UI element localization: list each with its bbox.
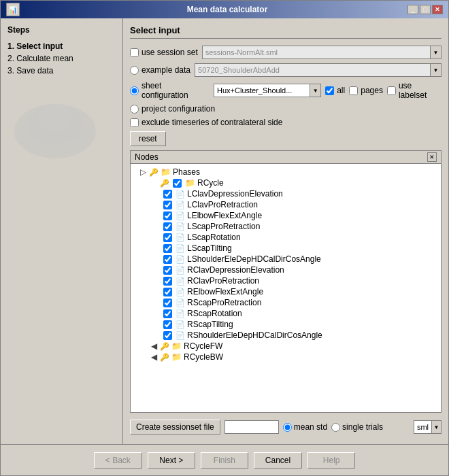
close-button[interactable]: ✕ (432, 5, 443, 14)
list-item: 📄 RScapTilting (133, 319, 438, 330)
all-label: all (337, 86, 345, 95)
sml-dropdown[interactable]: sml ▼ (414, 420, 442, 434)
sheet-config-dropdown[interactable]: Hux+Cluster_Should... ▼ (214, 84, 321, 97)
help-button[interactable]: Help (307, 452, 355, 469)
file-icon: 📄 (176, 288, 185, 296)
node-checkbox[interactable] (163, 320, 172, 329)
example-data-radio[interactable] (130, 66, 139, 75)
sheet-config-radio[interactable] (130, 86, 139, 95)
sheet-config-value: Hux+Cluster_Should... (214, 86, 310, 95)
node-checkbox[interactable] (163, 255, 172, 264)
use-labelset-checkbox-label[interactable]: use labelset (387, 81, 442, 100)
file-icon: 📄 (176, 255, 185, 264)
list-item: ◀ 🔑 📁 RCycleBW (133, 352, 438, 362)
reset-button[interactable]: reset (130, 131, 166, 146)
file-icon: 📄 (176, 299, 185, 307)
back-button[interactable]: < Back (94, 452, 142, 469)
use-session-set-checkbox[interactable] (130, 48, 139, 57)
node-checkbox[interactable] (163, 266, 172, 275)
single-trials-radio-label[interactable]: single trials (331, 422, 383, 432)
watermark (7, 90, 116, 160)
node-checkbox[interactable] (163, 309, 172, 318)
pages-checkbox-label[interactable]: pages (349, 86, 383, 95)
node-label: RClavDepressionElevation (187, 265, 284, 275)
example-data-dropdown-arrow: ▼ (430, 64, 441, 76)
footer: < Back Next > Finish Cancel Help (1, 444, 448, 475)
nodes-close-button[interactable]: ✕ (427, 152, 437, 162)
minimize-button[interactable]: _ (408, 5, 418, 14)
node-label: RShoulderEleDepHDCalDirCosAngle (187, 330, 322, 340)
step-2-number: 2. (7, 54, 14, 63)
node-checkbox[interactable] (163, 331, 172, 340)
sheet-config-label: sheet configuration (142, 81, 210, 100)
project-config-label: project configuration (142, 104, 215, 114)
sheet-config-row: sheet configuration Hux+Cluster_Should..… (130, 81, 442, 100)
finish-button[interactable]: Finish (201, 452, 248, 469)
sidebar-item-select-input: 1. Select input (7, 40, 116, 52)
nodes-body[interactable]: ▷ 🔑 📁 Phases 🔑 📁 RCycle (131, 164, 441, 412)
list-item: 📄 LClavProRetraction (133, 199, 438, 210)
all-checkbox-label[interactable]: all (325, 86, 345, 95)
node-checkbox[interactable] (173, 179, 182, 188)
node-checkbox[interactable] (163, 299, 172, 307)
file-icon: 📄 (176, 266, 185, 275)
node-label: LClavProRetraction (187, 200, 258, 209)
next-button[interactable]: Next > (148, 452, 195, 469)
exclude-timeseries-label: exclude timeseries of contralateral side (142, 118, 282, 127)
single-trials-radio[interactable] (331, 423, 340, 432)
example-data-radio-label[interactable]: example data (130, 65, 190, 75)
use-labelset-checkbox[interactable] (387, 86, 396, 95)
expand-icon[interactable]: ▷ (140, 167, 147, 177)
section-title: Select input (130, 25, 442, 39)
list-item: 📄 LShoulderEleDepHDCalDirCosAngle (133, 254, 438, 265)
key-icon: 🔑 (149, 168, 159, 177)
node-checkbox[interactable] (163, 233, 172, 242)
mean-std-radio-label[interactable]: mean std (283, 422, 327, 432)
file-icon: 📄 (176, 233, 185, 242)
list-item: 🔑 📁 RCycle (133, 177, 438, 188)
sheet-config-dropdown-arrow[interactable]: ▼ (310, 84, 320, 97)
project-config-radio[interactable] (130, 105, 139, 114)
project-config-radio-label[interactable]: project configuration (130, 104, 215, 114)
list-item: 📄 RClavDepressionElevation (133, 265, 438, 275)
node-label: RScapTilting (187, 320, 233, 329)
expand-icon[interactable]: ◀ (151, 352, 158, 362)
mean-std-radio[interactable] (283, 423, 292, 432)
nodes-title: Nodes (135, 152, 159, 162)
node-checkbox[interactable] (163, 277, 172, 286)
node-checkbox[interactable] (163, 201, 172, 209)
node-label: RCycle (197, 178, 224, 188)
create-sessionset-file-button[interactable]: Create sessionset file (130, 420, 220, 435)
expand-icon[interactable]: ◀ (151, 341, 158, 351)
cancel-button[interactable]: Cancel (254, 452, 302, 469)
exclude-timeseries-checkbox-label[interactable]: exclude timeseries of contralateral side (130, 118, 282, 127)
node-label: LElbowFlexExtAngle (187, 211, 262, 220)
node-checkbox[interactable] (163, 288, 172, 296)
file-icon: 📄 (176, 309, 185, 318)
list-item: ▷ 🔑 📁 Phases (133, 167, 438, 177)
sheet-config-radio-label[interactable]: sheet configuration (130, 81, 210, 100)
main-window: 📊 Mean data calculator _ □ ✕ Steps 1. Se… (0, 0, 449, 476)
mean-std-label: mean std (294, 422, 327, 432)
node-label: LClavDepressionElevation (187, 189, 283, 199)
sessionset-filename-input[interactable] (224, 420, 279, 434)
node-label: RCycleBW (184, 352, 223, 362)
titlebar-controls: _ □ ✕ (408, 5, 443, 14)
window-title: Mean data calculator (47, 5, 408, 14)
node-checkbox[interactable] (163, 222, 172, 231)
sidebar-item-save-data: 3. Save data (7, 65, 116, 77)
node-checkbox[interactable] (163, 211, 172, 220)
session-set-dropdown-arrow: ▼ (430, 46, 441, 58)
example-data-value: 50720_ShoulderAbdAdd (195, 66, 430, 74)
use-session-set-row: use session set sessions-NormAlt.sml ▼ (130, 46, 442, 59)
restore-button[interactable]: □ (420, 5, 431, 14)
node-checkbox[interactable] (163, 190, 172, 199)
bottom-bar: Create sessionset file mean std single t… (130, 417, 442, 437)
pages-checkbox[interactable] (349, 86, 358, 95)
step-1-number: 1. (7, 41, 14, 51)
all-checkbox[interactable] (325, 86, 334, 95)
sml-dropdown-arrow[interactable]: ▼ (431, 421, 441, 433)
use-session-set-checkbox-label[interactable]: use session set (130, 48, 198, 57)
exclude-timeseries-checkbox[interactable] (130, 118, 139, 127)
node-checkbox[interactable] (163, 244, 172, 253)
